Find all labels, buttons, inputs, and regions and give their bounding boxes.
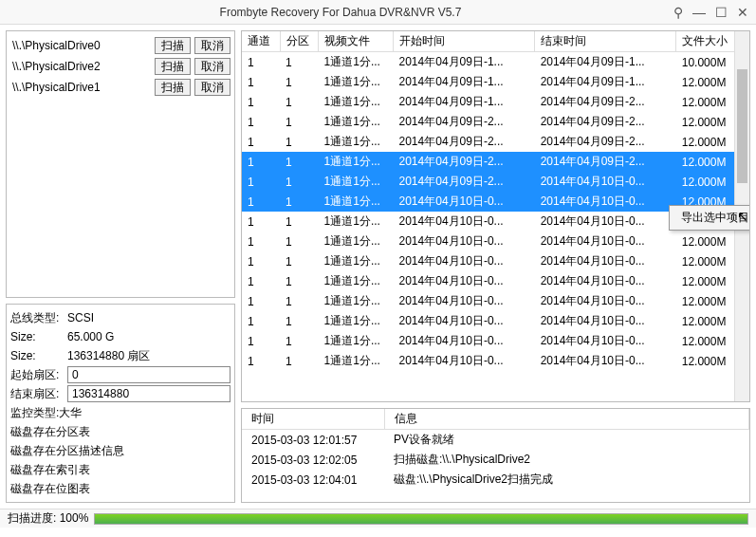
cell: 1通道1分... <box>319 52 394 73</box>
drive-row[interactable]: \\.\PhysicalDrive1扫描取消 <box>10 77 230 98</box>
drive-row[interactable]: \\.\PhysicalDrive2扫描取消 <box>10 56 230 77</box>
table-row[interactable]: 111通道1分...2014年04月09日-2...2014年04月09日-2.… <box>242 132 749 152</box>
cell: 1 <box>242 231 280 251</box>
disk-info: 总线类型:SCSI Size:65.000 G Size:136314880 扇… <box>6 304 235 503</box>
maximize-icon[interactable]: ☐ <box>715 5 728 20</box>
bus-type-label: 总线类型: <box>10 310 67 326</box>
cell: 1通道1分... <box>319 251 394 271</box>
cell: 1通道1分... <box>319 132 394 152</box>
cell: 1通道1分... <box>319 172 394 192</box>
monitor-type: 监控类型:大华 <box>10 405 82 421</box>
scan-button[interactable]: 扫描 <box>155 37 191 54</box>
log-row[interactable]: 2015-03-03 12:02:05扫描磁盘:\\.\PhysicalDriv… <box>242 450 749 470</box>
cell: 2014年04月09日-1... <box>535 72 676 92</box>
log-msg: 扫描磁盘:\\.\PhysicalDrive2 <box>384 450 749 470</box>
table-row[interactable]: 111通道1分...2014年04月10日-0...2014年04月10日-0.… <box>242 351 749 371</box>
cell: 2014年04月10日-0... <box>535 291 676 311</box>
log-panel: 时间 信息 2015-03-03 12:01:57PV设备就绪2015-03-0… <box>241 408 750 503</box>
scan-button[interactable]: 扫描 <box>155 79 191 96</box>
cancel-button[interactable]: 取消 <box>194 58 230 75</box>
titlebar: Frombyte Recovery For Dahua DVR&NVR V5.7… <box>0 0 756 25</box>
cancel-button[interactable]: 取消 <box>194 37 230 54</box>
bitmap-status: 磁盘存在位图表 <box>10 481 90 497</box>
start-sector-input[interactable] <box>67 366 230 383</box>
cell: 2014年04月09日-1... <box>535 52 676 73</box>
log-msg: 磁盘:\\.\PhysicalDrive2扫描完成 <box>384 470 749 490</box>
cell: 1 <box>242 172 280 192</box>
cell: 2014年04月09日-2... <box>394 172 535 192</box>
size-label: Size: <box>10 330 67 343</box>
partition-desc-status: 磁盘存在分区描述信息 <box>10 443 124 459</box>
table-row[interactable]: 111通道1分...2014年04月09日-2...2014年04月09日-2.… <box>242 112 749 132</box>
close-icon[interactable]: ✕ <box>737 5 748 20</box>
table-row[interactable]: 111通道1分...2014年04月10日-0...2014年04月10日-0.… <box>242 291 749 311</box>
cancel-button[interactable]: 取消 <box>194 79 230 96</box>
drive-list: \\.\PhysicalDrive0扫描取消\\.\PhysicalDrive2… <box>6 30 235 298</box>
col-end[interactable]: 结束时间 <box>535 31 676 52</box>
table-row[interactable]: 111通道1分...2014年04月10日-0...2014年04月10日-0.… <box>242 331 749 351</box>
table-row[interactable]: 111通道1分...2014年04月09日-1...2014年04月09日-1.… <box>242 72 749 92</box>
cell: 2014年04月09日-2... <box>535 92 676 112</box>
cell: 1 <box>280 311 319 331</box>
col-start[interactable]: 开始时间 <box>394 31 535 52</box>
cell: 1 <box>280 351 319 371</box>
cell: 2014年04月10日-0... <box>535 331 676 351</box>
log-row[interactable]: 2015-03-03 12:04:01磁盘:\\.\PhysicalDrive2… <box>242 470 749 490</box>
drive-label: \\.\PhysicalDrive2 <box>10 60 151 73</box>
cell: 1 <box>280 152 319 172</box>
cell: 1 <box>242 152 280 172</box>
log-col-msg[interactable]: 信息 <box>384 409 749 430</box>
progress-bar <box>94 513 748 525</box>
cell: 1 <box>280 72 319 92</box>
bus-type-value: SCSI <box>67 311 230 324</box>
end-sector-input[interactable] <box>67 385 230 402</box>
drive-row[interactable]: \\.\PhysicalDrive0扫描取消 <box>10 35 230 56</box>
cell: 2014年04月09日-2... <box>535 152 676 172</box>
table-row[interactable]: 111通道1分...2014年04月10日-0...2014年04月10日-0.… <box>242 251 749 271</box>
table-row[interactable]: 111通道1分...2014年04月10日-0...2014年04月10日-0.… <box>242 231 749 251</box>
cell: 1通道1分... <box>319 291 394 311</box>
table-row[interactable]: 111通道1分...2014年04月10日-0...2014年04月10日-0.… <box>242 311 749 331</box>
table-row[interactable]: 111通道1分...2014年04月09日-2...2014年04月09日-2.… <box>242 152 749 172</box>
minimize-icon[interactable]: — <box>692 5 706 20</box>
cell: 1 <box>280 192 319 212</box>
cell: 1 <box>242 192 280 212</box>
col-channel[interactable]: 通道 <box>242 31 280 52</box>
log-col-time[interactable]: 时间 <box>242 409 384 430</box>
table-row[interactable]: 111通道1分...2014年04月09日-1...2014年04月09日-1.… <box>242 52 749 73</box>
end-sector-label: 结束扇区: <box>10 386 67 402</box>
cell: 1 <box>242 52 280 73</box>
cell: 1 <box>280 112 319 132</box>
col-video[interactable]: 视频文件 <box>319 31 394 52</box>
table-row[interactable]: 111通道1分...2014年04月10日-0...2014年04月10日-0.… <box>242 271 749 291</box>
cell: 2014年04月10日-0... <box>535 271 676 291</box>
table-row[interactable]: 111通道1分...2014年04月09日-2...2014年04月10日-0.… <box>242 172 749 192</box>
cell: 2014年04月10日-0... <box>394 291 535 311</box>
cell: 1 <box>280 251 319 271</box>
col-partition[interactable]: 分区 <box>280 31 319 52</box>
cell: 1 <box>242 331 280 351</box>
cell: 2014年04月10日-0... <box>394 251 535 271</box>
cell: 1通道1分... <box>319 112 394 132</box>
log-row[interactable]: 2015-03-03 12:01:57PV设备就绪 <box>242 430 749 451</box>
cell: 2014年04月09日-2... <box>394 152 535 172</box>
cell: 1通道1分... <box>319 152 394 172</box>
cell: 1通道1分... <box>319 192 394 212</box>
cell: 1 <box>242 251 280 271</box>
cell: 2014年04月10日-0... <box>535 212 676 231</box>
scan-button[interactable]: 扫描 <box>155 58 191 75</box>
cell: 2014年04月10日-0... <box>535 251 676 271</box>
table-row[interactable]: 111通道1分...2014年04月09日-1...2014年04月09日-2.… <box>242 92 749 112</box>
cell: 2014年04月10日-0... <box>535 311 676 331</box>
cell: 1 <box>280 271 319 291</box>
cell: 1 <box>280 132 319 152</box>
cell: 1 <box>242 72 280 92</box>
drive-label: \\.\PhysicalDrive1 <box>10 81 151 94</box>
statusbar: 扫描进度: 100% <box>0 509 756 528</box>
cell: 2014年04月10日-0... <box>394 212 535 231</box>
scrollbar-thumb[interactable] <box>737 69 747 183</box>
pin-icon[interactable]: ⚲ <box>673 5 683 20</box>
export-selected-menuitem[interactable]: 导出选中项目 <box>672 208 750 228</box>
cell: 1 <box>242 112 280 132</box>
size-value: 65.000 G <box>67 330 230 343</box>
